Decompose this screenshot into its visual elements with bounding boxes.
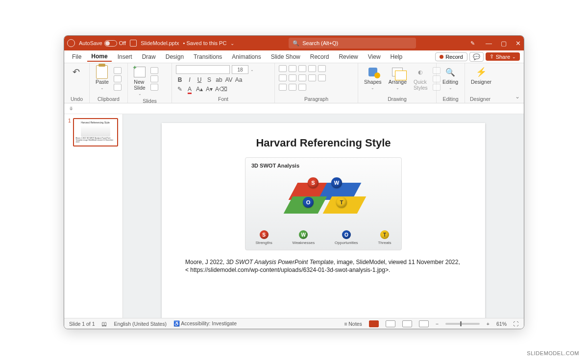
group-clipboard-label: Clipboard <box>94 95 123 102</box>
collapse-ribbon-icon[interactable]: ⌄ <box>515 93 520 100</box>
bold-button[interactable]: B <box>176 76 184 83</box>
slide-edit-area[interactable]: Harvard Referencing Style 3D SWOT Analys… <box>123 114 524 318</box>
reset-icon[interactable] <box>150 75 158 82</box>
shape-effects-icon[interactable] <box>433 84 441 91</box>
tab-animations[interactable]: Animations <box>228 52 265 61</box>
group-slides-label: Slides <box>132 97 168 104</box>
designer-button[interactable]: Designer <box>469 65 493 86</box>
status-bar: Slide 1 of 1 🕮 English (United States) ♿… <box>64 318 524 329</box>
indent-left-button[interactable] <box>298 65 306 72</box>
slide-counter[interactable]: Slide 1 of 1 <box>69 321 95 327</box>
view-slideshow-button[interactable] <box>419 320 429 327</box>
align-center-button[interactable] <box>289 74 296 81</box>
cut-icon[interactable] <box>114 67 122 74</box>
decrease-font-button[interactable]: A▾ <box>205 86 213 93</box>
thumbnail-pane[interactable]: 1 Harvard Referencing Style Moore J 2022… <box>64 114 123 318</box>
tab-design[interactable]: Design <box>162 52 188 61</box>
columns-button[interactable] <box>318 74 326 81</box>
zoom-level[interactable]: 61% <box>496 321 507 327</box>
shapes-button[interactable]: Shapes⌄ <box>362 65 384 91</box>
fit-to-window-button[interactable]: ⛶ <box>514 321 519 327</box>
smartart-button[interactable] <box>298 84 306 91</box>
numbering-button[interactable] <box>289 65 296 72</box>
slide-title[interactable]: Harvard Referencing Style <box>183 137 464 149</box>
view-reading-button[interactable] <box>402 320 412 327</box>
layout-icon[interactable] <box>150 67 158 74</box>
font-color-button[interactable]: A <box>186 86 194 93</box>
paste-button[interactable]: Paste⌄ <box>94 65 111 91</box>
quick-styles-button[interactable]: ◐Quick Styles <box>412 65 430 92</box>
swot-figure[interactable]: 3D SWOT Analysis S W O T SStrengths WWea… <box>245 157 402 250</box>
spell-check-icon[interactable]: 🕮 <box>102 321 107 327</box>
view-normal-button[interactable] <box>369 320 379 327</box>
zoom-in-button[interactable]: + <box>487 321 490 327</box>
editing-button[interactable]: Editing⌄ <box>441 65 460 91</box>
workspace: 1 Harvard Referencing Style Moore J 2022… <box>64 114 524 318</box>
tab-slideshow[interactable]: Slide Show <box>267 52 304 61</box>
file-name[interactable]: SlideModel.pptx <box>141 40 179 46</box>
zoom-out-button[interactable]: − <box>436 321 439 327</box>
qat-overflow-icon[interactable]: ⤋ <box>69 106 73 111</box>
zoom-slider[interactable] <box>445 323 480 325</box>
tab-home[interactable]: Home <box>87 52 111 62</box>
arrange-button[interactable]: Arrange⌄ <box>387 65 409 91</box>
ribbon-tabs: File Home Insert Draw Design Transitions… <box>64 50 524 63</box>
tab-view[interactable]: View <box>364 52 385 61</box>
format-painter-icon[interactable] <box>114 84 122 91</box>
language-status[interactable]: English (United States) <box>114 321 167 327</box>
copy-icon[interactable] <box>114 75 122 82</box>
accessibility-status[interactable]: ♿ Accessibility: Investigate <box>173 320 237 327</box>
tab-review[interactable]: Review <box>335 52 362 61</box>
increase-font-button[interactable]: A▴ <box>196 86 203 93</box>
search-box[interactable]: 🔍 Search (Alt+Q) <box>289 38 416 49</box>
close-button[interactable]: ✕ <box>515 40 521 47</box>
line-spacing-button[interactable] <box>318 65 326 72</box>
citation-text[interactable]: Moore, J 2022, 3D SWOT Analysis PowerPoi… <box>183 258 464 274</box>
tab-draw[interactable]: Draw <box>138 52 160 61</box>
underline-button[interactable]: U <box>196 76 203 83</box>
file-save-state: • Saved to this PC <box>183 40 226 46</box>
slide-thumbnail-1[interactable]: Harvard Referencing Style Moore J 2022 3… <box>73 118 118 146</box>
align-text-button[interactable] <box>289 84 296 91</box>
highlight-button[interactable]: ✎ <box>176 86 184 93</box>
notes-button[interactable]: ≡ Notes <box>344 321 362 327</box>
tab-transitions[interactable]: Transitions <box>190 52 226 61</box>
record-button[interactable]: Record <box>435 52 467 61</box>
section-icon[interactable] <box>150 84 158 91</box>
font-size-select[interactable]: 18 <box>232 65 248 74</box>
comments-button[interactable]: 💬 <box>469 52 484 62</box>
pen-icon[interactable]: ✎ <box>470 40 475 47</box>
strikethrough-button[interactable]: S <box>205 76 213 83</box>
clear-format-button[interactable]: A⌫ <box>215 86 223 93</box>
thumb-number: 1 <box>68 118 71 146</box>
share-button[interactable]: ⇪Share⌄ <box>486 52 520 61</box>
align-right-button[interactable] <box>298 74 306 81</box>
save-icon[interactable] <box>130 40 137 47</box>
shape-outline-icon[interactable] <box>433 75 441 82</box>
file-dropdown-icon[interactable]: ⌄ <box>230 41 234 46</box>
tab-record[interactable]: Record <box>306 52 333 61</box>
autosave-toggle[interactable]: AutoSave Off <box>79 40 126 47</box>
text-direction-button[interactable] <box>279 84 287 91</box>
tab-insert[interactable]: Insert <box>114 52 136 61</box>
slide-canvas[interactable]: Harvard Referencing Style 3D SWOT Analys… <box>162 123 485 318</box>
minimize-button[interactable]: — <box>486 40 492 47</box>
tab-help[interactable]: Help <box>387 52 407 61</box>
new-slide-button[interactable]: New Slide⌄ <box>132 65 147 97</box>
bullets-button[interactable] <box>279 65 287 72</box>
font-family-select[interactable] <box>176 65 230 74</box>
group-designer-label: Designer <box>469 95 491 102</box>
tab-file[interactable]: File <box>68 52 85 61</box>
char-spacing-button[interactable]: AV <box>225 76 233 83</box>
indent-right-button[interactable] <box>308 65 316 72</box>
undo-button[interactable] <box>68 65 84 79</box>
shadow-button[interactable]: ab <box>215 76 223 83</box>
justify-button[interactable] <box>308 74 316 81</box>
powerpoint-window: AutoSave Off SlideModel.pptx • Saved to … <box>64 35 524 329</box>
italic-button[interactable]: I <box>186 76 194 83</box>
align-left-button[interactable] <box>279 74 287 81</box>
view-sorter-button[interactable] <box>386 320 395 327</box>
change-case-button[interactable]: Aa <box>235 76 243 83</box>
shape-fill-icon[interactable] <box>433 67 441 74</box>
maximize-button[interactable]: ▢ <box>501 40 507 47</box>
